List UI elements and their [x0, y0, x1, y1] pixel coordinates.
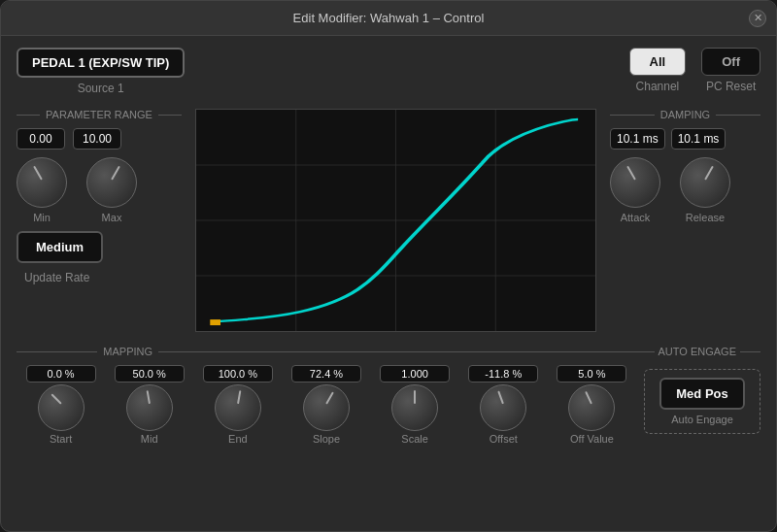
mid-knob-item: 50.0 % Mid: [105, 365, 193, 445]
slope-knob-item: 72.4 % Slope: [282, 365, 370, 445]
pc-item: Off PC Reset: [701, 48, 760, 93]
all-button[interactable]: All: [629, 48, 687, 76]
min-knob-label: Min: [33, 212, 51, 223]
scale-knob[interactable]: [391, 384, 438, 431]
close-button[interactable]: ✕: [749, 10, 766, 27]
auto-engage-label: Auto Engage: [671, 414, 733, 425]
attack-knob[interactable]: [610, 157, 660, 208]
channel-label: Channel: [636, 80, 680, 93]
main-area: PARAMETER RANGE 0.00 10.00 Min Max: [17, 109, 760, 332]
svg-rect-6: [210, 319, 220, 325]
release-value-box[interactable]: 10.1 ms: [671, 128, 726, 150]
start-knob-item: 0.0 % Start: [17, 365, 105, 445]
auto-engage-section: AUTO ENGAGE Med Pos Auto Engage: [644, 346, 760, 445]
offset-knob-item: -11.8 % Offset: [459, 365, 548, 445]
offval-value[interactable]: 5.0 %: [557, 365, 626, 382]
end-knob-item: 100.0 % End: [193, 365, 282, 445]
left-panel: PARAMETER RANGE 0.00 10.00 Min Max: [17, 109, 182, 332]
source-label: Source 1: [78, 82, 124, 95]
attack-value-box[interactable]: 10.1 ms: [610, 128, 665, 150]
auto-engage-section-label: AUTO ENGAGE: [659, 346, 736, 357]
release-knob[interactable]: [680, 157, 730, 208]
source-section: PEDAL 1 (EXP/SW TIP) Source 1: [17, 48, 185, 95]
slope-label: Slope: [313, 433, 340, 445]
bottom-area: MAPPING 0.0 % Start 50.0 % Mid: [17, 346, 760, 445]
attack-knob-item: Attack: [610, 157, 660, 223]
pedal-button[interactable]: PEDAL 1 (EXP/SW TIP): [17, 48, 185, 78]
scale-value[interactable]: 1.000: [380, 365, 450, 382]
param-range-values: 0.00 10.00: [17, 128, 182, 150]
max-value-box[interactable]: 10.00: [73, 128, 121, 150]
min-value-box[interactable]: 0.00: [17, 128, 65, 150]
end-knob[interactable]: [215, 384, 261, 431]
start-knob[interactable]: [38, 384, 84, 431]
content-area: PEDAL 1 (EXP/SW TIP) Source 1 All Channe…: [1, 36, 776, 456]
release-knob-item: Release: [680, 157, 730, 223]
mid-label: Mid: [141, 433, 158, 445]
mid-value[interactable]: 50.0 %: [115, 365, 185, 382]
param-range-header: PARAMETER RANGE: [17, 109, 182, 120]
damping-values: 10.1 ms 10.1 ms: [610, 128, 760, 150]
start-value[interactable]: 0.0 %: [26, 365, 96, 382]
graph-svg: [196, 110, 595, 331]
max-knob-label: Max: [102, 212, 122, 223]
min-knob-item: Min: [17, 157, 67, 223]
graph-canvas: [195, 109, 596, 332]
auto-engage-header: AUTO ENGAGE: [644, 346, 760, 357]
attack-knob-label: Attack: [621, 212, 651, 223]
window-title: Edit Modifier: Wahwah 1 – Control: [293, 11, 485, 25]
offset-knob[interactable]: [480, 384, 526, 431]
scale-knob-item: 1.000 Scale: [371, 365, 459, 445]
offval-knob-item: 5.0 % Off Value: [548, 365, 636, 445]
med-pos-button[interactable]: Med Pos: [659, 378, 745, 410]
scale-label: Scale: [401, 433, 428, 445]
top-row: PEDAL 1 (EXP/SW TIP) Source 1 All Channe…: [17, 48, 760, 95]
off-button[interactable]: Off: [701, 48, 760, 76]
mid-knob[interactable]: [126, 384, 173, 431]
release-knob-label: Release: [686, 212, 725, 223]
mapping-label: MAPPING: [103, 346, 152, 357]
offset-label: Offset: [490, 433, 518, 445]
min-max-knob-row: Min Max: [17, 157, 182, 223]
damping-panel: DAMPING 10.1 ms 10.1 ms Attack Release: [610, 109, 760, 332]
mapping-section: MAPPING 0.0 % Start 50.0 % Mid: [17, 346, 644, 445]
channel-item: All Channel: [629, 48, 687, 93]
min-knob[interactable]: [17, 157, 67, 208]
auto-engage-box: Med Pos Auto Engage: [644, 369, 760, 434]
offset-value[interactable]: -11.8 %: [468, 365, 538, 382]
max-knob[interactable]: [86, 157, 137, 208]
medium-button[interactable]: Medium: [17, 231, 103, 263]
title-bar: Edit Modifier: Wahwah 1 – Control ✕: [1, 1, 776, 36]
channel-pc-section: All Channel Off PC Reset: [629, 48, 760, 93]
update-rate-label: Update Rate: [24, 271, 89, 284]
end-value[interactable]: 100.0 %: [203, 365, 273, 382]
main-window: Edit Modifier: Wahwah 1 – Control ✕ PEDA…: [0, 0, 777, 532]
offval-label: Off Value: [570, 433, 614, 445]
slope-value[interactable]: 72.4 %: [291, 365, 361, 382]
damping-knob-row: Attack Release: [610, 157, 760, 223]
mapping-header: MAPPING: [17, 346, 644, 357]
graph-section: [195, 109, 596, 332]
offval-knob[interactable]: [568, 384, 615, 431]
max-knob-item: Max: [86, 157, 137, 223]
damping-label: DAMPING: [660, 109, 710, 120]
mapping-knobs: 0.0 % Start 50.0 % Mid 100.0 % End: [17, 365, 644, 445]
damping-header: DAMPING: [610, 109, 760, 120]
pc-reset-label: PC Reset: [706, 80, 756, 93]
param-range-label: PARAMETER RANGE: [46, 109, 152, 120]
end-label: End: [228, 433, 248, 445]
slope-knob[interactable]: [303, 384, 350, 431]
start-label: Start: [50, 433, 72, 445]
